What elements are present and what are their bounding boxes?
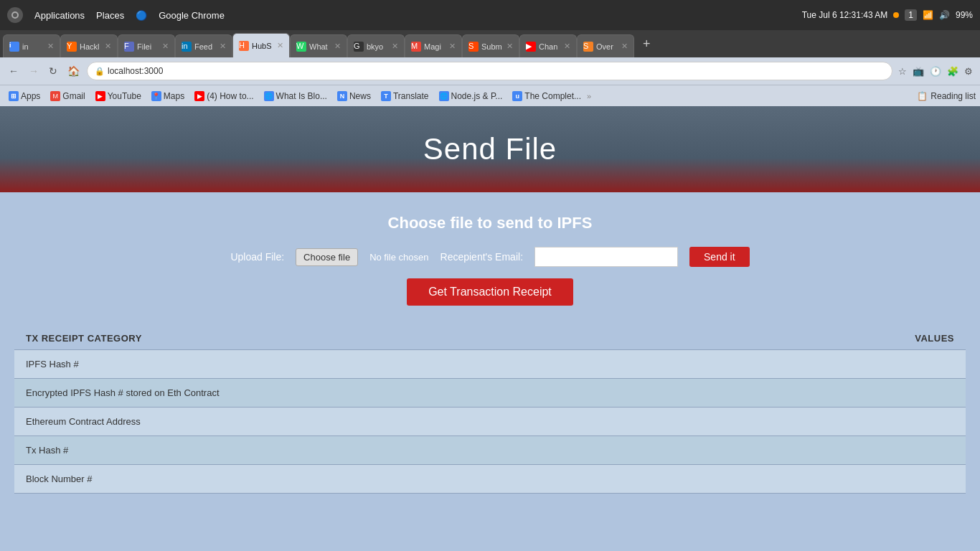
tab-label: Magi [424, 42, 446, 51]
receipt-table: TX RECEIPT CATEGORY VALUES IPFS Hash # E… [14, 327, 966, 494]
tab-bar: i in ✕ Y Hackl ✕ F Filei ✕ in Feed ✕ H H… [0, 30, 980, 57]
browser-tab-tab-file[interactable]: F Filei ✕ [118, 34, 175, 57]
table-row: IPFS Hash # [14, 350, 966, 379]
tab-close[interactable]: ✕ [564, 42, 570, 51]
cast-icon[interactable]: 📺 [911, 65, 925, 78]
bookmark-favicon: u [512, 91, 522, 101]
new-tab-button[interactable]: + [637, 37, 656, 52]
tab-close[interactable]: ✕ [220, 42, 226, 51]
tab-close[interactable]: ✕ [507, 42, 513, 51]
col-values-header: VALUES [811, 333, 954, 344]
tab-close[interactable]: ✕ [162, 42, 169, 51]
choose-file-button[interactable]: Choose file [296, 248, 358, 266]
bookmark-favicon: 🌐 [264, 91, 274, 101]
os-volume-icon: 🔊 [939, 10, 950, 20]
upload-label: Upload File: [230, 251, 284, 263]
bookmark-bm-apps[interactable]: ⊞ Apps [4, 90, 44, 103]
tab-label: Feed [194, 42, 217, 51]
tab-favicon: Y [67, 42, 77, 52]
settings-icon[interactable]: ⚙ [963, 65, 974, 78]
reading-list[interactable]: 📋Reading list [917, 91, 976, 101]
tab-label: HubS [252, 42, 274, 50]
row-category: Encrypted IPFS Hash # stored on Eth Cont… [26, 387, 811, 398]
bookmark-label: (4) How to... [207, 91, 253, 101]
tab-favicon: i [9, 42, 19, 52]
tab-label: What [309, 42, 331, 51]
tab-close[interactable]: ✕ [392, 42, 398, 51]
bookmark-bm-complete[interactable]: u The Complet... [508, 90, 585, 103]
tab-label: bkyo [367, 42, 389, 51]
row-category: Tx Hash # [26, 445, 811, 456]
section-title: Choose file to send to IPFS [388, 214, 593, 232]
bookmark-bm-howto[interactable]: ▶ (4) How to... [190, 90, 258, 103]
send-button[interactable]: Send it [689, 247, 750, 267]
tab-label: Hackl [80, 42, 102, 51]
bookmark-favicon: 📍 [151, 91, 161, 101]
col-category-header: TX RECEIPT CATEGORY [26, 333, 811, 344]
os-places[interactable]: Places [96, 10, 124, 21]
bookmark-label: What Is Blo... [276, 91, 327, 101]
browser-tab-tab-chan[interactable]: ▶ Chan ✕ [519, 34, 577, 57]
home-button[interactable]: 🏠 [65, 64, 83, 78]
email-input[interactable] [534, 247, 678, 267]
tab-close[interactable]: ✕ [334, 42, 341, 51]
table-header: TX RECEIPT CATEGORY VALUES [14, 327, 966, 350]
bookmark-favicon: 🌐 [439, 91, 449, 101]
os-indicator [893, 12, 899, 18]
bookmark-bm-maps[interactable]: 📍 Maps [147, 90, 189, 103]
bookmark-favicon: M [50, 91, 60, 101]
tab-close[interactable]: ✕ [277, 41, 283, 50]
browser-tab-tab-in[interactable]: i in ✕ [3, 34, 60, 57]
row-category: Ethereum Contract Address [26, 416, 811, 427]
tab-label: in [22, 42, 44, 51]
tab-favicon: in [182, 42, 192, 52]
page-content: Send File Choose file to send to IPFS Up… [0, 106, 980, 551]
lock-icon: 🔒 [95, 67, 105, 76]
bookmark-favicon: ▶ [194, 91, 204, 101]
os-applications[interactable]: Applications [34, 10, 85, 21]
os-menu-icon[interactable] [7, 7, 23, 23]
os-network-icon: 📶 [923, 10, 933, 20]
bookmark-label: The Complet... [524, 91, 581, 101]
recipient-label: Recepient's Email: [440, 251, 524, 263]
tab-favicon: ▶ [526, 42, 536, 52]
back-button[interactable]: ← [6, 64, 22, 78]
forward-button[interactable]: → [26, 64, 42, 78]
bookmark-bm-gmail[interactable]: M Gmail [46, 90, 89, 103]
tab-close[interactable]: ✕ [105, 42, 111, 51]
extension-icon[interactable]: 🧩 [946, 65, 960, 78]
bookmark-label: Apps [21, 91, 40, 101]
tab-close[interactable]: ✕ [621, 42, 628, 51]
browser-tab-tab-hubs[interactable]: H HubS ✕ [232, 33, 290, 57]
browser-tab-tab-hack[interactable]: Y Hackl ✕ [60, 34, 118, 57]
bookmark-bm-translate[interactable]: T Translate [377, 90, 433, 103]
bookmark-favicon: N [337, 91, 347, 101]
table-row: Tx Hash # [14, 436, 966, 465]
reload-button[interactable]: ↻ [46, 64, 60, 78]
bookmark-bm-news[interactable]: N News [333, 90, 375, 103]
os-battery: 99% [956, 10, 973, 20]
bookmark-icon[interactable]: ☆ [897, 65, 908, 78]
browser-tab-tab-magi[interactable]: M Magi ✕ [405, 34, 462, 57]
tab-close[interactable]: ✕ [47, 42, 54, 51]
bookmark-bm-youtube[interactable]: ▶ YouTube [91, 90, 146, 103]
bookmark-bm-whatis[interactable]: 🌐 What Is Blo... [260, 90, 331, 103]
browser-tab-tab-over[interactable]: S Over ✕ [577, 34, 634, 57]
browser-tab-tab-feed[interactable]: in Feed ✕ [175, 34, 232, 57]
browser-tab-tab-subm[interactable]: S Subm ✕ [462, 34, 519, 57]
bookmark-bm-nodejs[interactable]: 🌐 Node.js & P... [435, 90, 507, 103]
table-row: Encrypted IPFS Hash # stored on Eth Cont… [14, 379, 966, 408]
tab-label: Filei [137, 42, 159, 51]
bookmark-label: Maps [164, 91, 184, 101]
get-receipt-button[interactable]: Get Transaction Receipt [407, 278, 573, 306]
tab-label: Over [596, 42, 618, 51]
address-input-wrap[interactable]: 🔒 localhost:3000 [87, 62, 892, 80]
address-text: localhost:3000 [108, 66, 885, 76]
bookmark-label: Gmail [62, 91, 85, 101]
browser-tab-tab-what[interactable]: W What ✕ [290, 34, 347, 57]
history-icon[interactable]: 🕐 [928, 65, 943, 78]
bookmark-label: Node.js & P... [451, 91, 503, 101]
browser-tab-tab-bkyo[interactable]: G bkyo ✕ [347, 34, 405, 57]
os-time: Tue Jul 6 12:31:43 AM [802, 10, 888, 20]
tab-close[interactable]: ✕ [449, 42, 456, 51]
